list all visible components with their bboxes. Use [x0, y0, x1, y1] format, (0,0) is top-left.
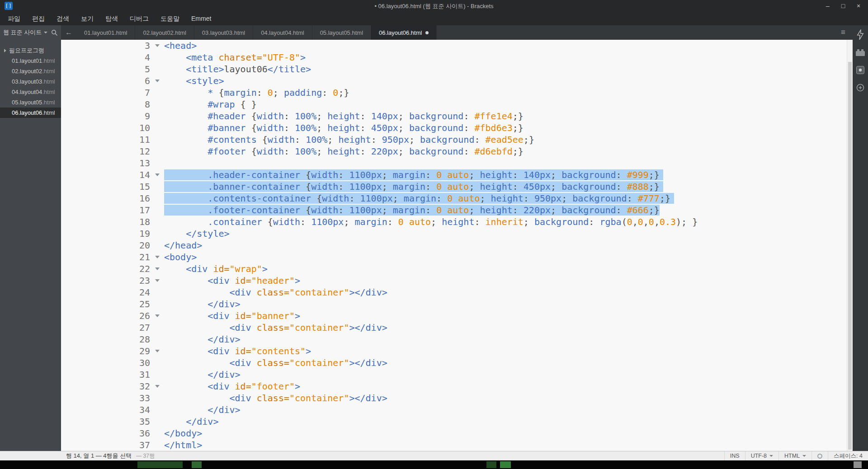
code-line-6[interactable]: 6 <style>: [61, 75, 853, 87]
line-number: 20: [61, 239, 152, 251]
menu-item-2[interactable]: 편집: [26, 12, 51, 25]
taskbar-app-sliver-3[interactable]: [486, 461, 496, 468]
code-line-33[interactable]: 33 <div class="container"></div>: [61, 392, 853, 404]
folder-item-1[interactable]: 필요프로그램: [0, 45, 61, 56]
code-line-11[interactable]: 11 #contents {width: 100%; height: 950px…: [61, 134, 853, 145]
code-line-7[interactable]: 7 * {margin: 0; padding: 0;}: [61, 87, 853, 98]
menu-item-6[interactable]: 디버그: [124, 12, 155, 25]
navigate-back-button[interactable]: ←: [61, 25, 76, 40]
gutter: 27: [61, 322, 164, 333]
search-icon[interactable]: [51, 29, 58, 36]
code-line-31[interactable]: 31 </div>: [61, 369, 853, 380]
code-line-37[interactable]: 37</html>: [61, 439, 853, 451]
file-tab-5[interactable]: 05.layout05.html: [312, 25, 371, 40]
code-line-25[interactable]: 25 </div>: [61, 298, 853, 310]
vertical-scrollbar[interactable]: [847, 40, 853, 451]
code-line-9[interactable]: 9 #header {width: 100%; height: 140px; b…: [61, 110, 853, 122]
fold-arrow-icon[interactable]: [155, 314, 160, 317]
menu-item-1[interactable]: 파일: [2, 12, 26, 25]
code-line-32[interactable]: 32 <div id="footer">: [61, 380, 853, 392]
menu-item-3[interactable]: 검색: [51, 12, 75, 25]
taskbar-app-sliver-2[interactable]: [192, 461, 202, 468]
code-text: <style>: [164, 75, 853, 87]
file-tab-2[interactable]: 02.layout02.html: [135, 25, 194, 40]
scrollbar-thumb[interactable]: [848, 62, 852, 450]
file-tab-6[interactable]: 06.layout06.html: [371, 25, 437, 40]
line-number: 36: [61, 427, 152, 439]
fold-arrow-icon[interactable]: [155, 267, 160, 270]
fold-arrow-icon[interactable]: [155, 80, 160, 82]
code-line-12[interactable]: 12 #footer {width: 100%; height: 220px; …: [61, 145, 853, 157]
code-line-17[interactable]: 17 .footer-container {width: 1100px; mar…: [61, 204, 853, 216]
code-line-27[interactable]: 27 <div class="container"></div>: [61, 322, 853, 333]
code-line-35[interactable]: 35 </div>: [61, 416, 853, 427]
tab-overflow-button[interactable]: ≡: [834, 25, 853, 40]
code-text: </div>: [164, 369, 853, 380]
line-number: 3: [61, 40, 152, 52]
menu-item-8[interactable]: Emmet: [185, 12, 217, 25]
maximize-button[interactable]: □: [835, 0, 851, 12]
code-line-36[interactable]: 36</body>: [61, 427, 853, 439]
status-lint-status[interactable]: [811, 451, 828, 460]
status-insert-mode[interactable]: INS: [724, 451, 745, 460]
code-line-16[interactable]: 16 .contents-container {width: 1100px; m…: [61, 192, 853, 204]
file-item-4[interactable]: 04.layout04.html: [0, 87, 61, 97]
file-tab-3[interactable]: 03.layout03.html: [194, 25, 253, 40]
fold-arrow-icon[interactable]: [155, 279, 160, 282]
taskbar-app-sliver-1[interactable]: [137, 461, 183, 468]
file-tab-4[interactable]: 04.layout04.html: [253, 25, 312, 40]
project-dropdown[interactable]: 웹 표준 사이트: [0, 25, 61, 40]
close-button[interactable]: ×: [851, 0, 866, 12]
code-line-22[interactable]: 22 <div id="wrap">: [61, 263, 853, 275]
extension-icon-1[interactable]: [855, 64, 865, 76]
fold-arrow-icon[interactable]: [155, 350, 160, 352]
code-line-26[interactable]: 26 <div id="banner">: [61, 310, 853, 322]
live-preview-icon[interactable]: [855, 29, 865, 41]
status-encoding[interactable]: UTF-8: [745, 451, 778, 460]
code-line-3[interactable]: 3<head>: [61, 40, 853, 52]
taskbar-app-sliver-5[interactable]: [854, 461, 862, 468]
code-line-13[interactable]: 13: [61, 157, 853, 169]
code-line-8[interactable]: 8 #wrap { }: [61, 98, 853, 110]
file-item-1[interactable]: 01.layout01.html: [0, 56, 61, 66]
minimize-button[interactable]: –: [820, 0, 835, 12]
code-line-10[interactable]: 10 #banner {width: 100%; height: 450px; …: [61, 122, 853, 134]
fold-zone: [152, 263, 164, 275]
code-line-23[interactable]: 23 <div id="header">: [61, 275, 853, 286]
code-line-14[interactable]: 14 .header-container {width: 1100px; mar…: [61, 169, 853, 181]
file-item-2[interactable]: 02.layout02.html: [0, 66, 61, 76]
menu-item-4[interactable]: 보기: [75, 12, 99, 25]
code-line-28[interactable]: 28 </div>: [61, 333, 853, 345]
code-text: #footer {width: 100%; height: 220px; bac…: [164, 145, 853, 157]
file-tab-1[interactable]: 01.layout01.html: [76, 25, 135, 40]
right-toolbar: [853, 25, 868, 451]
fold-arrow-icon[interactable]: [155, 256, 160, 258]
gutter: 30: [61, 357, 164, 369]
menu-item-5[interactable]: 탐색: [99, 12, 124, 25]
code-line-30[interactable]: 30 <div class="container"></div>: [61, 357, 853, 369]
code-line-29[interactable]: 29 <div id="contents">: [61, 345, 853, 357]
fold-arrow-icon[interactable]: [155, 385, 160, 388]
code-line-4[interactable]: 4 <meta charset="UTF-8">: [61, 52, 853, 63]
extension-manager-icon[interactable]: [855, 47, 865, 58]
code-line-21[interactable]: 21<body>: [61, 251, 853, 263]
taskbar-app-sliver-4[interactable]: [500, 461, 511, 468]
code-line-19[interactable]: 19 </style>: [61, 228, 853, 239]
fold-arrow-icon[interactable]: [155, 174, 160, 176]
code-line-18[interactable]: 18 .container {width: 1100px; margin: 0 …: [61, 216, 853, 228]
fold-zone: [152, 63, 164, 75]
code-line-5[interactable]: 5 <title>layout06</title>: [61, 63, 853, 75]
code-line-20[interactable]: 20</head>: [61, 239, 853, 251]
file-item-6[interactable]: 06.layout06.html: [0, 108, 61, 118]
file-item-3[interactable]: 03.layout03.html: [0, 76, 61, 87]
code-line-24[interactable]: 24 <div class="container"></div>: [61, 286, 853, 298]
fold-arrow-icon[interactable]: [155, 44, 160, 47]
code-line-34[interactable]: 34 </div>: [61, 404, 853, 416]
status-indent-size[interactable]: 스페이스: 4: [828, 451, 868, 460]
code-text: .contents-container {width: 1100px; marg…: [164, 192, 853, 204]
file-item-5[interactable]: 05.layout05.html: [0, 97, 61, 108]
extension-icon-2[interactable]: [855, 82, 865, 94]
menu-item-7[interactable]: 도움말: [155, 12, 185, 25]
code-line-15[interactable]: 15 .banner-container {width: 1100px; mar…: [61, 181, 853, 192]
status-file-type[interactable]: HTML: [778, 451, 811, 460]
